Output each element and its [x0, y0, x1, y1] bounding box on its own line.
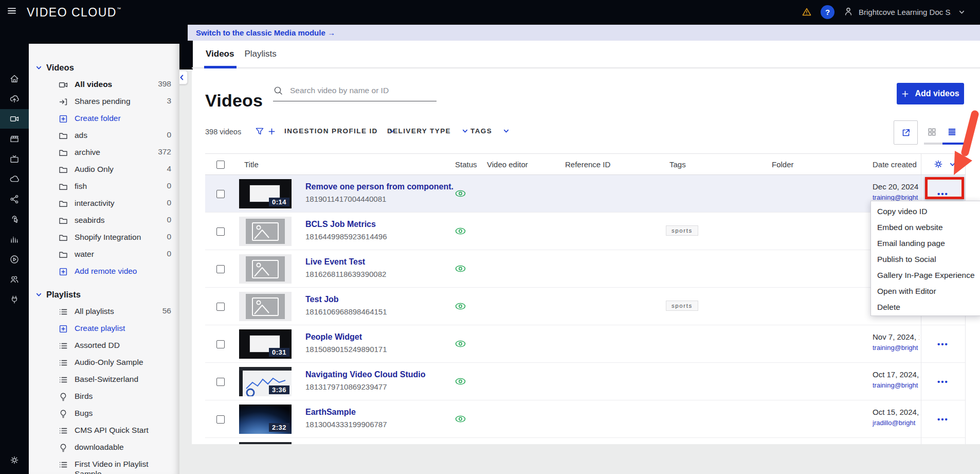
add-filter-control[interactable]: [255, 126, 276, 136]
rail-item-players[interactable]: [0, 250, 29, 269]
sidebar-item-audio-only-sample[interactable]: Audio-Only Sample: [29, 354, 179, 371]
rail-item-library[interactable]: [0, 129, 29, 149]
rail-item-analytics[interactable]: [0, 230, 29, 249]
row-actions-button[interactable]: •••: [921, 363, 965, 400]
video-title-link[interactable]: Remove one person from component.: [305, 182, 453, 191]
tag-chip[interactable]: sports: [666, 301, 698, 311]
column-settings-gear-icon[interactable]: [933, 159, 943, 169]
grid-view-icon[interactable]: [927, 127, 937, 137]
context-menu-item-copy-video-id[interactable]: Copy video ID: [871, 203, 980, 219]
owner-link[interactable]: jradillo@bright: [873, 419, 919, 427]
filter-dropdown-ingestion-profile-id[interactable]: INGESTION PROFILE ID: [284, 127, 395, 135]
video-title-link[interactable]: Navigating Video Cloud Studio: [305, 370, 425, 379]
column-header-status[interactable]: Status: [455, 160, 477, 169]
row-checkbox[interactable]: [216, 265, 225, 273]
tab-playlists[interactable]: Playlists: [244, 41, 277, 67]
tag-chip[interactable]: sports: [666, 225, 698, 236]
sidebar-section-playlists[interactable]: Playlists: [29, 286, 179, 303]
context-menu-item-gallery-in-page-experience[interactable]: Gallery In-Page Experience: [871, 267, 980, 283]
table-row[interactable]: 0:14Remove one person from component.181…: [205, 175, 966, 213]
table-row[interactable]: Live Event Test1816268118639390082•••: [205, 250, 966, 288]
rail-item-media[interactable]: [0, 109, 29, 129]
rail-item-cloud[interactable]: [0, 169, 29, 189]
export-button[interactable]: [894, 120, 918, 145]
video-thumbnail[interactable]: 0:31: [239, 329, 292, 359]
add-videos-button[interactable]: Add videos: [897, 83, 964, 104]
owner-link[interactable]: training@bright: [873, 381, 919, 389]
warning-icon[interactable]: [802, 7, 812, 17]
video-title-block[interactable]: People Widget1815089015249890171: [305, 332, 387, 354]
row-checkbox[interactable]: [216, 378, 225, 386]
video-thumbnail[interactable]: 2:32: [239, 405, 292, 434]
row-checkbox[interactable]: [216, 415, 225, 424]
video-thumbnail[interactable]: [239, 292, 292, 321]
row-actions-button[interactable]: •••: [921, 400, 965, 438]
sidebar-item-basel-switzerland[interactable]: Basel-Switzerland: [29, 371, 179, 388]
rail-item-home[interactable]: [0, 69, 29, 89]
column-settings-chevron-down-icon[interactable]: [949, 161, 956, 168]
column-header-date-created[interactable]: Date created: [873, 160, 917, 169]
video-title-block[interactable]: Test Job1816106968898464151: [305, 295, 387, 316]
video-thumbnail[interactable]: [239, 254, 292, 284]
help-button[interactable]: ?: [821, 5, 834, 19]
video-title-block[interactable]: EarthSample1813004333199906787: [305, 408, 387, 429]
rail-item-live[interactable]: [0, 149, 29, 169]
filter-dropdown-tags[interactable]: TAGS: [470, 127, 510, 135]
video-title-link[interactable]: People Widget: [305, 332, 387, 342]
video-title-link[interactable]: Live Event Test: [305, 257, 386, 267]
row-checkbox[interactable]: [216, 190, 225, 198]
sidebar-item-shares-pending[interactable]: Shares pending3: [29, 93, 179, 110]
sidebar-item-cms-api-quick-start[interactable]: CMS API Quick Start: [29, 422, 179, 439]
sidebar-item-shopify-integration[interactable]: Shopify Integration0: [29, 229, 179, 246]
list-view-icon[interactable]: [947, 127, 957, 137]
sidebar-item-all-playlists[interactable]: All playlists56: [29, 303, 179, 320]
rail-item-interactivity[interactable]: [0, 209, 29, 229]
context-menu-item-email-landing-page[interactable]: Email landing page: [871, 235, 980, 251]
sidebar-item-assorted-dd[interactable]: Assorted DD: [29, 337, 179, 354]
column-header-folder[interactable]: Folder: [772, 160, 794, 169]
sidebar-item-all-videos[interactable]: All videos398: [29, 76, 179, 93]
sidebar-item-bugs[interactable]: Bugs: [29, 405, 179, 422]
rail-item-integrations[interactable]: [0, 290, 29, 309]
table-row[interactable]: 2:32EarthSample1813004333199906787Oct 15…: [205, 400, 966, 438]
sidebar-item-water[interactable]: water0: [29, 246, 179, 263]
rail-item-syndication[interactable]: [0, 189, 29, 209]
video-thumbnail[interactable]: [239, 442, 292, 444]
row-checkbox[interactable]: [216, 303, 225, 311]
video-title-block[interactable]: Navigating Video Cloud Studio18131797108…: [305, 370, 425, 391]
sidebar-item-seabirds[interactable]: seabirds0: [29, 212, 179, 229]
rail-item-settings[interactable]: [0, 450, 29, 470]
hamburger-menu-icon[interactable]: [7, 6, 17, 16]
video-thumbnail[interactable]: 3:36: [239, 367, 292, 396]
table-row[interactable]: 3:36Navigating Video Cloud Studio1813179…: [205, 363, 966, 400]
video-title-block[interactable]: Live Event Test1816268118639390082: [305, 257, 386, 278]
account-chevron-down-icon[interactable]: [958, 9, 965, 15]
column-header-video-editor[interactable]: Video editor: [487, 160, 528, 169]
switch-classic-link[interactable]: Switch to the classic Media module →: [196, 28, 335, 37]
account-name[interactable]: Brightcove Learning Doc S...: [859, 8, 951, 16]
context-menu-item-open-with-editor[interactable]: Open with Editor: [871, 283, 980, 299]
sidebar-item-birds[interactable]: Birds: [29, 388, 179, 405]
video-thumbnail[interactable]: 0:14: [239, 179, 292, 208]
sidebar-section-videos[interactable]: Videos: [29, 59, 179, 76]
video-title-link[interactable]: BCLS Job Metrics: [305, 220, 387, 229]
sidebar-item-ads[interactable]: ads0: [29, 127, 179, 144]
row-actions-button[interactable]: •••: [921, 325, 965, 363]
column-header-reference-id[interactable]: Reference ID: [565, 160, 610, 169]
sidebar-item-archive[interactable]: archive372: [29, 144, 179, 161]
context-menu-item-embed-on-website[interactable]: Embed on website: [871, 219, 980, 235]
select-all-checkbox[interactable]: [216, 161, 225, 169]
row-checkbox[interactable]: [216, 227, 225, 236]
table-row[interactable]: Test Job1816106968898464151sports•••: [205, 288, 966, 325]
tab-videos[interactable]: Videos: [205, 41, 234, 67]
sidebar-item-create-folder[interactable]: Create folder: [29, 110, 179, 127]
sidebar-item-fish[interactable]: fish0: [29, 178, 179, 195]
rail-item-audience[interactable]: [0, 270, 29, 289]
sidebar-item-downloadable[interactable]: downloadable: [29, 439, 179, 456]
video-title-block[interactable]: BCLS Job Metrics1816449985923614496: [305, 220, 387, 241]
rail-item-marketplace[interactable]: [0, 470, 29, 474]
table-row[interactable]: 0:31People Widget1815089015249890171Nov …: [205, 325, 966, 363]
context-menu-item-delete[interactable]: Delete: [871, 299, 980, 315]
table-row[interactable]: BCLS Job Metrics1816449985923614496sport…: [205, 213, 966, 250]
sidebar-item-add-remote-video[interactable]: Add remote video: [29, 263, 179, 280]
